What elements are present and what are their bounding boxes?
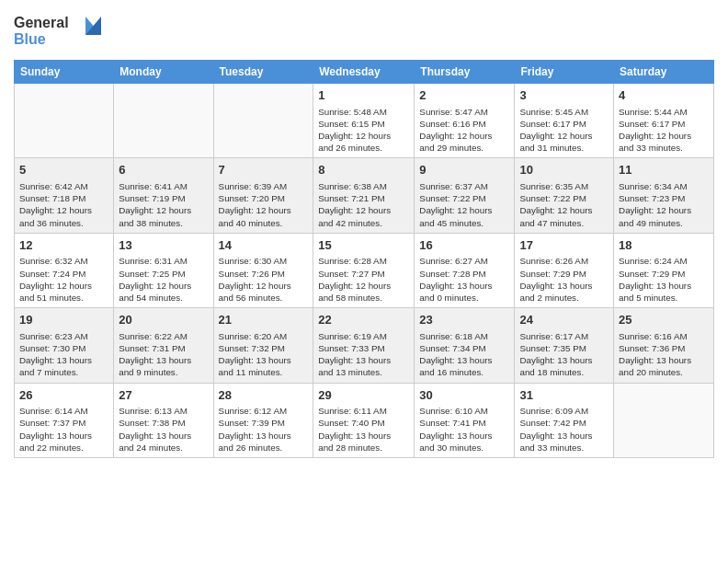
logo-text: General Blue: [14, 9, 115, 54]
day-number: 26: [19, 387, 108, 404]
day-number: 21: [219, 312, 309, 328]
svg-text:Blue: Blue: [14, 31, 46, 47]
day-info: Sunrise: 6:20 AMSunset: 7:32 PMDaylight:…: [219, 330, 309, 379]
day-info: Sunrise: 5:44 AMSunset: 6:17 PMDaylight:…: [619, 106, 709, 155]
calendar-cell: 22Sunrise: 6:19 AMSunset: 7:33 PMDayligh…: [313, 308, 415, 383]
day-info: Sunrise: 6:11 AMSunset: 7:40 PMDaylight:…: [318, 405, 409, 454]
calendar-cell: [114, 84, 213, 158]
calendar-cell: 7Sunrise: 6:39 AMSunset: 7:20 PMDaylight…: [213, 158, 313, 233]
day-number: 5: [19, 162, 108, 178]
calendar-cell: 27Sunrise: 6:13 AMSunset: 7:38 PMDayligh…: [114, 383, 213, 457]
calendar-cell: [15, 84, 114, 158]
weekday-header-sunday: Sunday: [15, 61, 114, 84]
day-info: Sunrise: 6:37 AMSunset: 7:22 PMDaylight:…: [419, 180, 509, 229]
day-info: Sunrise: 6:26 AMSunset: 7:29 PMDaylight:…: [519, 255, 609, 304]
day-number: 16: [419, 237, 509, 254]
calendar-cell: 14Sunrise: 6:30 AMSunset: 7:26 PMDayligh…: [213, 233, 313, 307]
weekday-header-saturday: Saturday: [614, 61, 714, 84]
day-info: Sunrise: 6:22 AMSunset: 7:31 PMDaylight:…: [119, 330, 208, 379]
calendar-cell: 19Sunrise: 6:23 AMSunset: 7:30 PMDayligh…: [15, 308, 114, 383]
day-info: Sunrise: 6:31 AMSunset: 7:25 PMDaylight:…: [119, 255, 208, 304]
calendar-cell: 30Sunrise: 6:10 AMSunset: 7:41 PMDayligh…: [415, 383, 515, 457]
day-info: Sunrise: 5:48 AMSunset: 6:15 PMDaylight:…: [318, 106, 409, 155]
day-number: 12: [19, 237, 108, 254]
day-info: Sunrise: 6:19 AMSunset: 7:33 PMDaylight:…: [318, 330, 409, 379]
weekday-header-thursday: Thursday: [415, 61, 515, 84]
day-info: Sunrise: 6:12 AMSunset: 7:39 PMDaylight:…: [219, 405, 309, 454]
logo: General Blue: [14, 9, 115, 54]
calendar-cell: 15Sunrise: 6:28 AMSunset: 7:27 PMDayligh…: [313, 233, 415, 307]
calendar-cell: 8Sunrise: 6:38 AMSunset: 7:21 PMDaylight…: [313, 158, 415, 233]
day-number: 9: [419, 162, 509, 178]
calendar-cell: 1Sunrise: 5:48 AMSunset: 6:15 PMDaylight…: [313, 84, 415, 158]
day-number: 25: [619, 312, 709, 328]
day-number: 10: [519, 162, 609, 178]
day-info: Sunrise: 6:16 AMSunset: 7:36 PMDaylight:…: [619, 330, 709, 379]
calendar-cell: 25Sunrise: 6:16 AMSunset: 7:36 PMDayligh…: [614, 308, 714, 383]
day-info: Sunrise: 6:27 AMSunset: 7:28 PMDaylight:…: [419, 255, 509, 304]
day-number: 22: [318, 312, 409, 328]
calendar-week-row: 12Sunrise: 6:32 AMSunset: 7:24 PMDayligh…: [15, 233, 714, 307]
calendar-cell: 2Sunrise: 5:47 AMSunset: 6:16 PMDaylight…: [415, 84, 515, 158]
day-info: Sunrise: 6:10 AMSunset: 7:41 PMDaylight:…: [419, 405, 509, 454]
day-info: Sunrise: 6:34 AMSunset: 7:23 PMDaylight:…: [619, 180, 709, 229]
day-number: 29: [318, 387, 409, 404]
day-number: 14: [219, 237, 309, 254]
calendar-cell: 26Sunrise: 6:14 AMSunset: 7:37 PMDayligh…: [15, 383, 114, 457]
day-number: 19: [19, 312, 108, 328]
weekday-header-tuesday: Tuesday: [213, 61, 313, 84]
calendar-cell: 11Sunrise: 6:34 AMSunset: 7:23 PMDayligh…: [614, 158, 714, 233]
page-container: General Blue SundayMondayTuesdayWednesda…: [0, 0, 728, 467]
day-number: 23: [419, 312, 509, 328]
day-info: Sunrise: 6:39 AMSunset: 7:20 PMDaylight:…: [219, 180, 309, 229]
day-number: 27: [119, 387, 208, 404]
calendar-week-row: 26Sunrise: 6:14 AMSunset: 7:37 PMDayligh…: [15, 383, 714, 457]
calendar-week-row: 19Sunrise: 6:23 AMSunset: 7:30 PMDayligh…: [15, 308, 714, 383]
calendar-cell: 12Sunrise: 6:32 AMSunset: 7:24 PMDayligh…: [15, 233, 114, 307]
calendar-cell: [614, 383, 714, 457]
calendar-cell: 24Sunrise: 6:17 AMSunset: 7:35 PMDayligh…: [515, 308, 614, 383]
calendar-cell: 23Sunrise: 6:18 AMSunset: 7:34 PMDayligh…: [415, 308, 515, 383]
weekday-header-monday: Monday: [114, 61, 213, 84]
day-info: Sunrise: 5:47 AMSunset: 6:16 PMDaylight:…: [419, 106, 509, 155]
weekday-header-row: SundayMondayTuesdayWednesdayThursdayFrid…: [15, 61, 714, 84]
calendar-cell: 4Sunrise: 5:44 AMSunset: 6:17 PMDaylight…: [614, 84, 714, 158]
day-info: Sunrise: 6:28 AMSunset: 7:27 PMDaylight:…: [318, 255, 409, 304]
day-number: 11: [619, 162, 709, 178]
weekday-header-friday: Friday: [515, 61, 614, 84]
day-number: 28: [219, 387, 309, 404]
day-info: Sunrise: 5:45 AMSunset: 6:17 PMDaylight:…: [519, 106, 609, 155]
day-number: 1: [318, 87, 409, 104]
day-info: Sunrise: 6:09 AMSunset: 7:42 PMDaylight:…: [519, 405, 609, 454]
day-info: Sunrise: 6:32 AMSunset: 7:24 PMDaylight:…: [19, 255, 108, 304]
day-number: 8: [318, 162, 409, 178]
day-number: 4: [619, 87, 709, 104]
day-number: 31: [519, 387, 609, 404]
calendar-cell: 16Sunrise: 6:27 AMSunset: 7:28 PMDayligh…: [415, 233, 515, 307]
day-number: 13: [119, 237, 208, 254]
day-info: Sunrise: 6:14 AMSunset: 7:37 PMDaylight:…: [19, 405, 108, 454]
calendar-cell: 29Sunrise: 6:11 AMSunset: 7:40 PMDayligh…: [313, 383, 415, 457]
day-number: 15: [318, 237, 409, 254]
calendar-cell: 17Sunrise: 6:26 AMSunset: 7:29 PMDayligh…: [515, 233, 614, 307]
day-number: 7: [219, 162, 309, 178]
day-number: 24: [519, 312, 609, 328]
day-number: 3: [519, 87, 609, 104]
day-info: Sunrise: 6:38 AMSunset: 7:21 PMDaylight:…: [318, 180, 409, 229]
day-number: 6: [119, 162, 208, 178]
calendar-cell: 20Sunrise: 6:22 AMSunset: 7:31 PMDayligh…: [114, 308, 213, 383]
day-number: 18: [619, 237, 709, 254]
header: General Blue: [14, 9, 714, 54]
calendar-cell: 13Sunrise: 6:31 AMSunset: 7:25 PMDayligh…: [114, 233, 213, 307]
day-number: 30: [419, 387, 509, 404]
calendar-cell: [213, 84, 313, 158]
calendar-week-row: 1Sunrise: 5:48 AMSunset: 6:15 PMDaylight…: [15, 84, 714, 158]
calendar-cell: 18Sunrise: 6:24 AMSunset: 7:29 PMDayligh…: [614, 233, 714, 307]
calendar-table: SundayMondayTuesdayWednesdayThursdayFrid…: [14, 60, 714, 458]
calendar-cell: 10Sunrise: 6:35 AMSunset: 7:22 PMDayligh…: [515, 158, 614, 233]
day-info: Sunrise: 6:24 AMSunset: 7:29 PMDaylight:…: [619, 255, 709, 304]
logo-svg: General Blue: [14, 9, 115, 51]
day-info: Sunrise: 6:42 AMSunset: 7:18 PMDaylight:…: [19, 180, 108, 229]
day-number: 20: [119, 312, 208, 328]
weekday-header-wednesday: Wednesday: [313, 61, 415, 84]
